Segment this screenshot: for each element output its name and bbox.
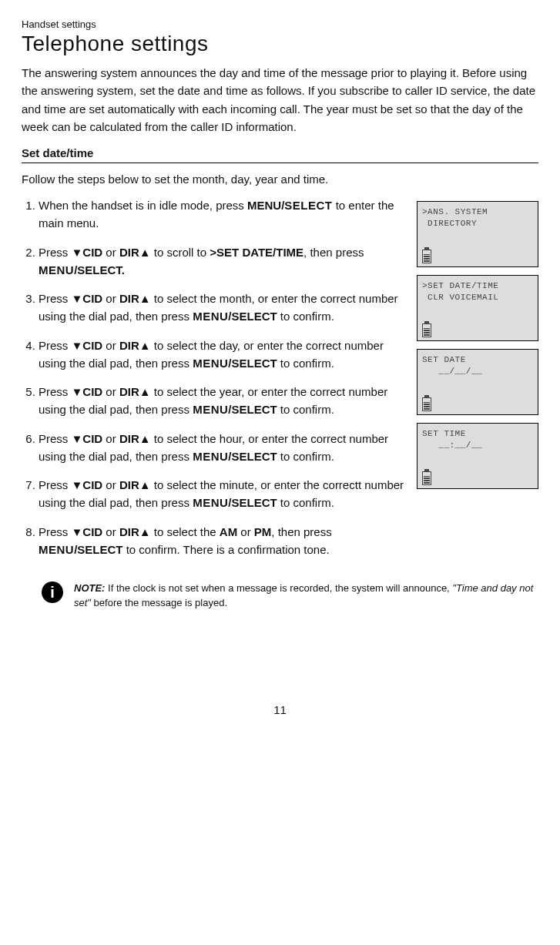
battery-icon bbox=[422, 323, 431, 337]
follow-instruction: Follow the steps below to set the month,… bbox=[22, 173, 538, 186]
subheading-set-date-time: Set date/time bbox=[22, 146, 538, 163]
step-7: Press ▼CID or DIR▲ to select the minute,… bbox=[39, 476, 406, 512]
steps-list: When the handset is in idle mode, press … bbox=[22, 196, 406, 558]
battery-icon bbox=[422, 471, 431, 485]
battery-icon bbox=[422, 397, 431, 411]
step-3: Press ▼CID or DIR▲ to select the month, … bbox=[39, 290, 406, 326]
lcd-screen-4: SET TIME __:__/__ bbox=[417, 423, 538, 489]
section-label: Handset settings bbox=[22, 18, 538, 30]
step-1: When the handset is in idle mode, press … bbox=[39, 196, 406, 233]
lcd-screen-1: >ANS. SYSTEM DIRECTORY bbox=[417, 201, 538, 267]
step-4: Press ▼CID or DIR▲ to select the day, or… bbox=[39, 337, 406, 373]
step-6: Press ▼CID or DIR▲ to select the hour, o… bbox=[39, 430, 406, 466]
steps-column: When the handset is in idle mode, press … bbox=[22, 196, 406, 569]
lcd-screen-3: SET DATE __/__/__ bbox=[417, 349, 538, 415]
lcd-screen-2: >SET DATE/TIME CLR VOICEMAIL bbox=[417, 275, 538, 341]
step-2: Press ▼CID or DIR▲ to scroll to >SET DAT… bbox=[39, 243, 406, 280]
step-5: Press ▼CID or DIR▲ to select the year, o… bbox=[39, 383, 406, 419]
lcd-sidebar: >ANS. SYSTEM DIRECTORY >SET DATE/TIME CL… bbox=[417, 196, 538, 569]
note-text: NOTE: If the clock is not set when a mes… bbox=[74, 581, 538, 611]
intro-paragraph: The answering system announces the day a… bbox=[22, 64, 538, 136]
note-row: i NOTE: If the clock is not set when a m… bbox=[22, 581, 538, 611]
step-8: Press ▼CID or DIR▲ to select the AM or P… bbox=[39, 523, 406, 559]
page-title: Telephone settings bbox=[22, 32, 538, 56]
battery-icon bbox=[422, 250, 431, 263]
page-number: 11 bbox=[22, 703, 538, 716]
info-icon: i bbox=[42, 581, 63, 603]
